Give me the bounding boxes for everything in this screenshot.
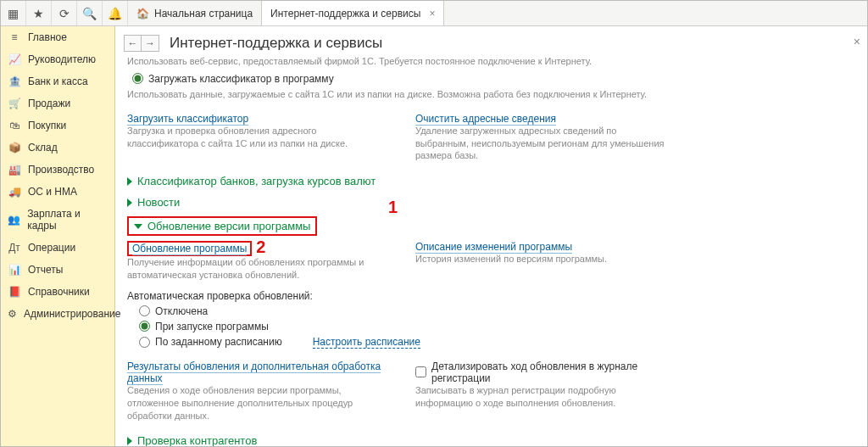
- autocheck-label: Автоматическая проверка обновлений:: [127, 290, 855, 302]
- search-icon[interactable]: 🔍: [77, 1, 103, 25]
- close-icon[interactable]: ×: [429, 8, 435, 20]
- desc-clear-addresses: Удаление загруженных адресных сведений п…: [415, 125, 670, 163]
- sidebar-item-bank[interactable]: 🏦Банк и касса: [1, 70, 114, 92]
- sidebar-item-main[interactable]: ≡Главное: [1, 26, 114, 48]
- back-icon[interactable]: ←: [125, 36, 142, 51]
- sidebar-item-stock[interactable]: 📦Склад: [1, 137, 114, 159]
- link-load-classifier[interactable]: Загрузить классификатор: [127, 113, 248, 126]
- annotation-1: 1: [388, 198, 398, 217]
- chevron-right-icon: [127, 437, 132, 445]
- radio-load-classifier-row: Загружать классификатор в программу: [132, 73, 855, 85]
- sidebar-item-assets[interactable]: 🚚ОС и НМА: [1, 181, 114, 203]
- tab-home-label: Начальная страница: [154, 8, 253, 20]
- forward-icon[interactable]: →: [142, 36, 159, 51]
- section-check-counterparties[interactable]: Проверка контрагентов: [127, 430, 855, 446]
- box-icon: 📦: [8, 142, 21, 154]
- bell-icon[interactable]: 🔔: [103, 1, 128, 25]
- chevron-right-icon: [127, 198, 132, 207]
- cart-icon: 🛒: [8, 98, 21, 109]
- sidebar-item-refs[interactable]: 📕Справочники: [1, 281, 114, 303]
- gear-icon: ⚙: [8, 308, 17, 320]
- content-area: × ← → Интернет-поддержка и сервисы Испол…: [115, 26, 867, 446]
- link-update-results[interactable]: Результаты обновления и дополнительная о…: [127, 360, 381, 385]
- desc-load-classifier: Загрузка и проверка обновления адресного…: [127, 125, 381, 150]
- chevron-down-icon: [134, 224, 142, 229]
- link-configure-schedule[interactable]: Настроить расписание: [313, 336, 420, 349]
- tab-current-label: Интернет-поддержка и сервисы: [270, 8, 420, 20]
- bag-icon: 🛍: [8, 120, 21, 131]
- sidebar-item-manager[interactable]: 📈Руководителю: [1, 48, 114, 70]
- tab-current[interactable]: Интернет-поддержка и сервисы ×: [262, 1, 444, 25]
- link-clear-addresses[interactable]: Очистить адресные сведения: [415, 113, 556, 126]
- ledger-icon: Дт: [8, 242, 21, 254]
- top-toolbar: ▦ ★ ⟳ 🔍 🔔 🏠 Начальная страница Интернет-…: [1, 1, 867, 26]
- sync-icon[interactable]: ⟳: [52, 1, 77, 25]
- link-update-program[interactable]: Обновление программы: [132, 243, 247, 255]
- menu-icon: ≡: [8, 31, 21, 43]
- bars-icon: 📊: [8, 264, 21, 276]
- sidebar: ≡Главное 📈Руководителю 🏦Банк и касса 🛒Пр…: [1, 26, 115, 446]
- annotation-2: 2: [256, 237, 265, 257]
- intro-text-1: Использовать веб-сервис, предоставляемый…: [127, 55, 855, 68]
- radio-autocheck-schedule[interactable]: [139, 337, 150, 348]
- desc-update-program: Получение информации об обновлениях прог…: [127, 256, 381, 282]
- section-classifier[interactable]: Классификатор банков, загрузка курсов ва…: [127, 170, 855, 192]
- people-icon: 👥: [8, 214, 20, 226]
- app-window: ▦ ★ ⟳ 🔍 🔔 🏠 Начальная страница Интернет-…: [0, 0, 868, 447]
- link-changelog[interactable]: Описание изменений программы: [415, 241, 572, 254]
- apps-grid-icon[interactable]: ▦: [1, 1, 26, 25]
- sidebar-item-purchases[interactable]: 🛍Покупки: [1, 115, 114, 137]
- content-scroll[interactable]: Использовать веб-сервис, предоставляемый…: [115, 55, 867, 446]
- sidebar-item-sales[interactable]: 🛒Продажи: [1, 92, 114, 115]
- book-icon: 📕: [8, 286, 21, 298]
- page-close-icon[interactable]: ×: [854, 35, 860, 48]
- chart-icon: 📈: [8, 53, 21, 65]
- sidebar-item-reports[interactable]: 📊Отчеты: [1, 259, 114, 281]
- radio-autocheck-startup[interactable]: [139, 321, 150, 332]
- sidebar-item-admin[interactable]: ⚙Администрирование: [1, 303, 114, 325]
- section-update-version[interactable]: Обновление версии программы: [127, 216, 317, 236]
- checkbox-detail-log[interactable]: [415, 366, 426, 377]
- chevron-right-icon: [127, 177, 132, 186]
- home-icon: 🏠: [136, 8, 149, 20]
- factory-icon: 🏭: [8, 164, 21, 176]
- intro-text-2: Использовать данные, загружаемые с сайта…: [127, 88, 855, 101]
- section-news[interactable]: Новости: [127, 192, 855, 213]
- desc-changelog: История изменений по версиям программы.: [415, 253, 670, 265]
- star-icon[interactable]: ★: [26, 1, 52, 25]
- bank-icon: 🏦: [8, 75, 21, 87]
- radio-load-classifier[interactable]: [132, 73, 143, 84]
- nav-history: ← →: [124, 35, 159, 52]
- sidebar-item-operations[interactable]: ДтОперации: [1, 237, 114, 259]
- radio-autocheck-off[interactable]: [139, 305, 150, 316]
- sidebar-item-production[interactable]: 🏭Производство: [1, 159, 114, 181]
- tab-home[interactable]: 🏠 Начальная страница: [128, 1, 262, 25]
- truck-icon: 🚚: [8, 186, 21, 198]
- page-title: Интернет-поддержка и сервисы: [170, 35, 382, 52]
- desc-detail-log: Записывать в журнал регистрации подробну…: [415, 384, 670, 410]
- desc-update-results: Сведения о ходе обновления версии програ…: [127, 384, 381, 422]
- sidebar-item-hr[interactable]: 👥Зарплата и кадры: [1, 203, 114, 237]
